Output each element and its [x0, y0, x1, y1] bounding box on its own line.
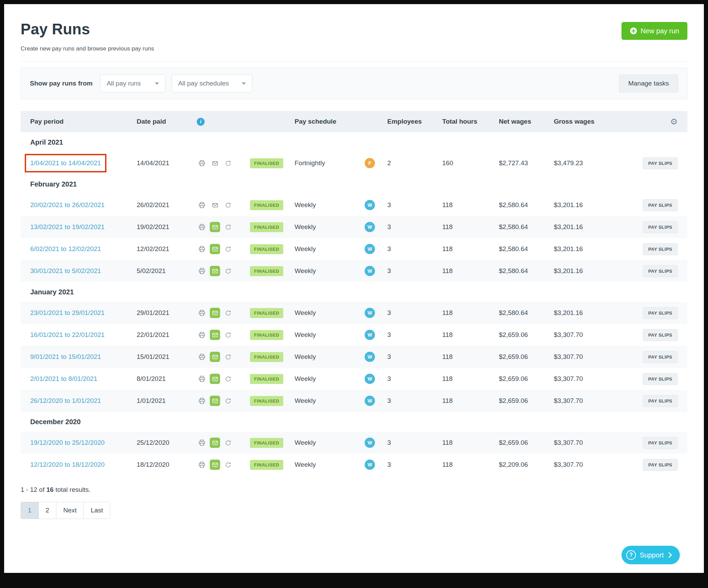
refresh-icon[interactable] — [223, 200, 233, 210]
printer-icon[interactable] — [197, 330, 207, 340]
row-icons-cell — [197, 222, 250, 232]
info-icon[interactable]: i — [197, 118, 205, 126]
pay-period-link[interactable]: 16/01/2021 to 22/01/2021 — [30, 331, 105, 339]
refresh-icon[interactable] — [223, 438, 233, 448]
pay-slips-cell: PAY SLIPS — [619, 265, 678, 277]
refresh-icon[interactable] — [223, 460, 233, 470]
printer-icon[interactable] — [197, 396, 207, 406]
pay-run-row: 30/01/2021 to 5/02/20215/02/2021FINALISE… — [21, 260, 687, 282]
refresh-icon[interactable] — [223, 266, 233, 276]
refresh-icon[interactable] — [223, 244, 233, 254]
pay-period-link[interactable]: 13/02/2021 to 19/02/2021 — [30, 223, 105, 231]
pay-runs-filter-dropdown[interactable]: All pay runs — [100, 75, 165, 92]
total-hours-cell: 118 — [442, 267, 499, 275]
pay-period-cell: 16/01/2021 to 22/01/2021 — [30, 331, 137, 339]
pay-period-link[interactable]: 6/02/2021 to 12/02/2021 — [30, 245, 101, 253]
gross-wages-cell: $3,307.70 — [554, 461, 619, 468]
pay-slips-button[interactable]: PAY SLIPS — [643, 199, 678, 211]
envelope-icon[interactable] — [210, 266, 220, 276]
pagination-item-1[interactable]: 1 — [21, 502, 38, 519]
envelope-icon[interactable] — [210, 200, 220, 210]
pay-slips-button[interactable]: PAY SLIPS — [643, 459, 678, 471]
envelope-icon[interactable] — [210, 330, 220, 340]
net-wages-cell: $2,580.64 — [499, 223, 554, 231]
new-pay-run-button[interactable]: New pay run — [621, 22, 687, 40]
envelope-icon[interactable] — [210, 438, 220, 448]
pay-period-link[interactable]: 1/04/2021 to 14/04/2021 — [30, 159, 101, 167]
printer-icon[interactable] — [197, 374, 207, 384]
printer-icon[interactable] — [197, 244, 207, 254]
envelope-icon[interactable] — [210, 158, 220, 168]
pay-period-cell: 9/01/2021 to 15/01/2021 — [30, 353, 137, 361]
pay-period-link[interactable]: 2/01/2021 to 8/01/2021 — [30, 375, 97, 383]
pagination-item-2[interactable]: 2 — [38, 502, 56, 519]
printer-icon[interactable] — [197, 200, 207, 210]
printer-icon[interactable] — [197, 460, 207, 470]
pay-period-link[interactable]: 20/02/2021 to 26/02/2021 — [30, 201, 105, 209]
refresh-icon[interactable] — [223, 308, 233, 318]
pagination-item-next[interactable]: Next — [56, 502, 83, 519]
pay-slips-button[interactable]: PAY SLIPS — [643, 373, 678, 385]
pagination-item-last[interactable]: Last — [83, 502, 110, 519]
pay-period-link[interactable]: 30/01/2021 to 5/02/2021 — [30, 267, 101, 275]
status-cell: FINALISED — [250, 396, 295, 406]
printer-icon[interactable] — [197, 352, 207, 362]
pay-schedule-name: Weekly — [295, 245, 316, 253]
refresh-icon[interactable] — [223, 222, 233, 232]
net-wages-cell: $2,659.06 — [499, 397, 554, 405]
gross-wages-cell: $3,307.70 — [554, 331, 619, 339]
printer-icon[interactable] — [197, 438, 207, 448]
pay-slips-cell: PAY SLIPS — [619, 221, 678, 233]
pay-schedules-filter-dropdown[interactable]: All pay schedules — [172, 75, 252, 92]
status-cell: FINALISED — [250, 374, 295, 384]
gross-wages-cell: $3,479.23 — [554, 159, 619, 167]
pay-period-link[interactable]: 12/12/2020 to 18/12/2020 — [30, 461, 105, 468]
pay-slips-button[interactable]: PAY SLIPS — [643, 265, 678, 277]
gross-wages-cell: $3,201.16 — [554, 223, 619, 231]
printer-icon[interactable] — [197, 308, 207, 318]
pay-slips-button[interactable]: PAY SLIPS — [643, 329, 678, 341]
pay-schedule-name: Weekly — [295, 439, 316, 446]
refresh-icon[interactable] — [223, 374, 233, 384]
pay-slips-button[interactable]: PAY SLIPS — [643, 437, 678, 449]
pay-period-link[interactable]: 26/12/2020 to 1/01/2021 — [30, 397, 101, 405]
page-title: Pay Runs — [21, 21, 90, 38]
pay-period-link[interactable]: 23/01/2021 to 29/01/2021 — [30, 309, 105, 317]
pay-schedule-name: Weekly — [295, 309, 316, 317]
pay-slips-button[interactable]: PAY SLIPS — [643, 351, 678, 363]
manage-tasks-button[interactable]: Manage tasks — [619, 75, 678, 92]
envelope-icon[interactable] — [210, 374, 220, 384]
pay-slips-button[interactable]: PAY SLIPS — [643, 157, 678, 169]
net-wages-cell: $2,209.06 — [499, 461, 554, 468]
pay-slips-cell: PAY SLIPS — [619, 351, 678, 363]
pay-slips-button[interactable]: PAY SLIPS — [643, 395, 678, 407]
envelope-icon[interactable] — [210, 396, 220, 406]
refresh-icon[interactable] — [223, 352, 233, 362]
envelope-icon[interactable] — [210, 352, 220, 362]
pay-slips-cell: PAY SLIPS — [619, 243, 678, 255]
pay-runs-table: Pay period Date paid i Pay schedule Empl… — [21, 111, 687, 476]
envelope-icon[interactable] — [210, 308, 220, 318]
printer-icon[interactable] — [197, 158, 207, 168]
pay-slips-button[interactable]: PAY SLIPS — [643, 243, 678, 255]
pay-slips-button[interactable]: PAY SLIPS — [643, 221, 678, 233]
envelope-icon[interactable] — [210, 460, 220, 470]
printer-icon[interactable] — [197, 266, 207, 276]
net-wages-cell: $2,580.64 — [499, 201, 554, 209]
header-employees: Employees — [387, 118, 442, 125]
printer-icon[interactable] — [197, 222, 207, 232]
envelope-icon[interactable] — [210, 244, 220, 254]
refresh-icon[interactable] — [223, 330, 233, 340]
pay-slips-button[interactable]: PAY SLIPS — [643, 307, 678, 319]
support-button[interactable]: ? Support — [621, 546, 680, 564]
month-label: April 2021 — [30, 138, 63, 146]
chevron-down-icon — [155, 82, 159, 85]
pay-period-link[interactable]: 9/01/2021 to 15/01/2021 — [30, 353, 101, 361]
month-group-header: April 2021 — [21, 132, 687, 152]
gross-wages-cell: $3,201.16 — [554, 309, 619, 317]
pay-period-link[interactable]: 19/12/2020 to 25/12/2020 — [30, 439, 105, 446]
envelope-icon[interactable] — [210, 222, 220, 232]
gear-icon[interactable]: ⚙ — [670, 117, 678, 126]
refresh-icon[interactable] — [223, 396, 233, 406]
refresh-icon[interactable] — [223, 158, 233, 168]
